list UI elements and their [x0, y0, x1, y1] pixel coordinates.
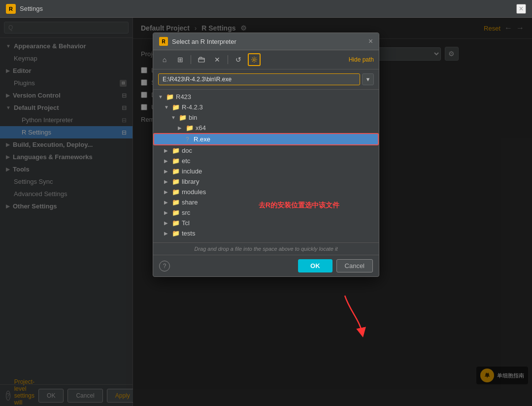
- tree-item-doc[interactable]: ▶ 📁 doc: [153, 145, 379, 156]
- toolbar-separator: [191, 55, 191, 64]
- dialog-header: R Select an R Interpreter ×: [153, 33, 379, 50]
- title-bar: R Settings ×: [0, 0, 532, 18]
- dialog-close-button[interactable]: ×: [368, 37, 373, 46]
- folder-icon: 📁: [172, 178, 180, 185]
- tree-arrow: ▼: [158, 94, 164, 100]
- refresh-button[interactable]: ↺: [232, 53, 245, 66]
- annotation-text: 去R的安装位置选中该文件: [259, 201, 339, 210]
- hide-path-button[interactable]: Hide path: [349, 56, 374, 63]
- folder-icon: 📁: [172, 230, 180, 237]
- file-icon: ?: [186, 136, 192, 143]
- tree-item-bin[interactable]: ▼ 📁 bin: [153, 112, 379, 123]
- folder-icon: 📁: [172, 219, 180, 227]
- tree-arrow: ▶: [164, 220, 170, 226]
- tree-item-modules[interactable]: ▶ 📁 modules: [153, 187, 379, 197]
- tree-item-r423ver[interactable]: ▼ 📁 R-4.2.3: [153, 102, 379, 112]
- folder-icon: 📁: [172, 147, 180, 154]
- tree-item-etc[interactable]: ▶ 📁 etc: [153, 156, 379, 166]
- folder-icon: 📁: [186, 124, 194, 132]
- window-title: Settings: [20, 5, 516, 12]
- folder-icon: 📁: [179, 114, 187, 121]
- tree-arrow: ▼: [171, 115, 177, 120]
- tree-arrow: ▶: [164, 189, 170, 195]
- tree-arrow: ▶: [164, 179, 170, 184]
- new-folder-button[interactable]: [195, 53, 208, 66]
- dialog-overlay: R Select an R Interpreter × ⌂ ⊞ ✕ ↺ Hide…: [0, 18, 532, 406]
- dialog-title-icon: R: [159, 37, 168, 46]
- dialog-help-button[interactable]: ?: [159, 261, 170, 271]
- folder-icon: 📁: [172, 168, 180, 175]
- path-input-row: ▼: [153, 69, 379, 90]
- dialog-toolbar: ⌂ ⊞ ✕ ↺ Hide path: [153, 50, 379, 69]
- desktop-button[interactable]: ⊞: [174, 53, 187, 66]
- tree-item-r423[interactable]: ▼ 📁 R423: [153, 92, 379, 102]
- dialog-title: Select an R Interpreter: [172, 38, 365, 45]
- folder-icon: 📁: [172, 209, 180, 216]
- tree-arrow: ▶: [164, 158, 170, 164]
- tree-arrow: ▼: [164, 104, 170, 110]
- dialog-footer: ? OK Cancel: [153, 255, 379, 276]
- tree-arrow: ▶: [164, 200, 170, 205]
- interpreter-dialog: R Select an R Interpreter × ⌂ ⊞ ✕ ↺ Hide…: [153, 33, 379, 277]
- tree-item-tcl[interactable]: ▶ 📁 Tcl: [153, 218, 379, 228]
- app-icon: R: [6, 4, 16, 14]
- dialog-cancel-button[interactable]: Cancel: [336, 259, 373, 272]
- tree-item-library[interactable]: ▶ 📁 library: [153, 176, 379, 187]
- dialog-hint: Drag and drop a file into the space abov…: [153, 242, 379, 255]
- dialog-footer-buttons: OK Cancel: [298, 259, 373, 272]
- tree-arrow: ▶: [164, 231, 170, 236]
- svg-rect-0: [199, 58, 204, 62]
- folder-icon: 📁: [172, 188, 180, 196]
- tree-arrow: ▶: [178, 125, 184, 131]
- tree-item-include[interactable]: ▶ 📁 include: [153, 166, 379, 176]
- folder-icon: 📁: [172, 103, 180, 111]
- dialog-ok-button[interactable]: OK: [298, 259, 332, 272]
- path-dropdown-button[interactable]: ▼: [362, 73, 374, 85]
- path-input[interactable]: [158, 73, 360, 85]
- tree-arrow: ▶: [164, 210, 170, 215]
- annotation-area: 去R的安装位置选中该文件: [153, 240, 379, 242]
- folder-icon: 📁: [172, 157, 180, 165]
- tree-arrow: ▶: [164, 148, 170, 153]
- file-tree: ▼ 📁 R423 ▼ 📁 R-4.2.3 ▼ 📁 bin ▶ 📁 x64: [153, 90, 379, 240]
- tree-item-x64[interactable]: ▶ 📁 x64: [153, 123, 379, 133]
- home-button[interactable]: ⌂: [158, 53, 171, 66]
- tree-item-tests[interactable]: ▶ 📁 tests: [153, 228, 379, 238]
- toolbar-separator-2: [228, 55, 228, 64]
- tree-item-rexe[interactable]: ? R.exe: [153, 133, 379, 145]
- close-button[interactable]: ×: [516, 4, 526, 14]
- tree-arrow: ▶: [164, 169, 170, 174]
- folder-icon: 📁: [166, 93, 174, 101]
- svg-point-1: [253, 59, 255, 61]
- folder-icon: 📁: [172, 199, 180, 206]
- settings-button[interactable]: [248, 53, 261, 66]
- delete-button[interactable]: ✕: [211, 53, 224, 66]
